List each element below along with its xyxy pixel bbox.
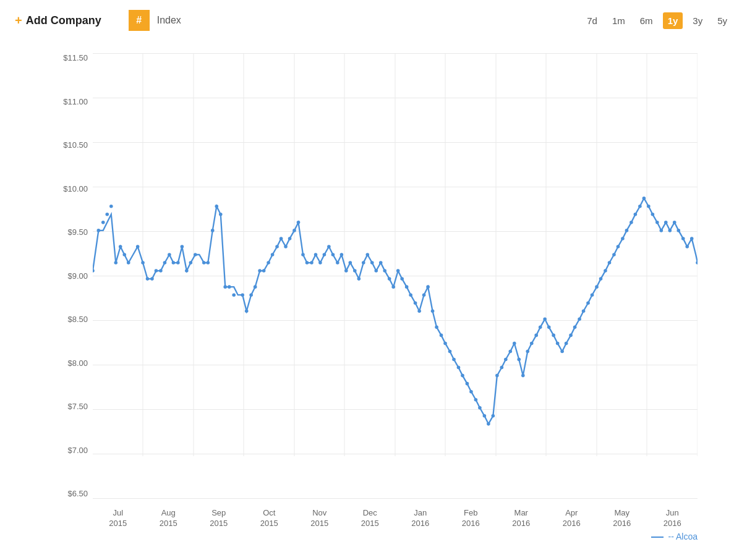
svg-point-115 xyxy=(552,334,555,337)
svg-point-46 xyxy=(254,285,257,289)
svg-point-37 xyxy=(211,229,215,232)
time-6m[interactable]: 6m xyxy=(635,12,658,29)
svg-point-145 xyxy=(681,237,685,240)
svg-point-143 xyxy=(673,221,677,224)
svg-point-68 xyxy=(349,261,352,265)
svg-point-129 xyxy=(612,253,616,257)
svg-point-67 xyxy=(344,269,348,273)
svg-point-36 xyxy=(206,261,210,265)
time-range-controls: 7d 1m 6m 1y 3y 5y xyxy=(582,12,732,29)
svg-point-66 xyxy=(340,253,344,257)
svg-point-77 xyxy=(388,277,391,281)
svg-point-64 xyxy=(331,253,335,257)
svg-point-62 xyxy=(323,253,327,257)
svg-point-92 xyxy=(452,358,456,362)
svg-point-61 xyxy=(318,261,322,265)
svg-point-142 xyxy=(668,229,672,232)
y-label-1000: $10.00 xyxy=(49,184,93,193)
svg-point-93 xyxy=(457,366,461,370)
svg-point-99 xyxy=(483,414,487,418)
svg-point-133 xyxy=(630,221,633,224)
svg-point-114 xyxy=(547,326,551,329)
x-label-sep2015: Sep2015 xyxy=(210,508,228,529)
svg-point-82 xyxy=(409,293,412,297)
svg-point-86 xyxy=(426,285,430,289)
svg-point-38 xyxy=(215,205,218,208)
svg-point-107 xyxy=(517,358,521,362)
svg-point-89 xyxy=(440,334,443,337)
hash-button[interactable]: # xyxy=(129,10,150,31)
y-label-1050: $10.50 xyxy=(49,140,93,150)
svg-point-39 xyxy=(219,213,223,216)
time-5y[interactable]: 5y xyxy=(712,12,732,29)
svg-point-103 xyxy=(500,366,504,370)
svg-point-63 xyxy=(327,245,331,248)
svg-point-32 xyxy=(185,269,189,273)
time-1y[interactable]: 1y xyxy=(663,12,683,29)
time-3y[interactable]: 3y xyxy=(688,12,707,29)
svg-point-42 xyxy=(232,293,236,297)
svg-point-51 xyxy=(275,245,279,248)
svg-point-138 xyxy=(651,213,655,216)
svg-point-16 xyxy=(109,205,113,208)
y-label-950: $9.50 xyxy=(49,227,93,237)
chart-area: $11.50 $11.00 $10.50 $10.00 $9.50 $9.00 … xyxy=(49,53,698,498)
svg-point-144 xyxy=(677,229,680,232)
svg-point-53 xyxy=(284,245,288,248)
svg-point-141 xyxy=(664,221,668,224)
time-1m[interactable]: 1m xyxy=(607,12,630,29)
svg-point-113 xyxy=(543,318,547,321)
svg-point-26 xyxy=(159,269,163,273)
svg-point-80 xyxy=(400,277,404,281)
x-label-apr2016: Apr2016 xyxy=(563,508,581,529)
svg-point-43 xyxy=(241,293,244,297)
svg-point-17 xyxy=(114,261,117,265)
svg-point-112 xyxy=(539,326,542,329)
svg-point-15 xyxy=(105,213,109,216)
svg-point-31 xyxy=(181,245,184,248)
svg-point-35 xyxy=(202,261,206,265)
x-label-mar2016: Mar2016 xyxy=(512,508,530,529)
svg-point-135 xyxy=(638,205,642,208)
add-company-button[interactable]: + Add Company xyxy=(15,14,101,28)
svg-point-121 xyxy=(578,318,581,321)
svg-point-88 xyxy=(435,326,438,329)
svg-point-45 xyxy=(249,293,253,297)
svg-point-139 xyxy=(655,221,659,224)
svg-point-76 xyxy=(383,269,386,273)
svg-point-104 xyxy=(504,358,508,362)
svg-point-106 xyxy=(513,342,516,346)
y-label-900: $9.00 xyxy=(49,271,93,281)
svg-point-147 xyxy=(690,237,694,240)
svg-point-123 xyxy=(586,301,590,305)
svg-point-65 xyxy=(336,261,339,265)
svg-point-25 xyxy=(155,269,158,273)
svg-point-83 xyxy=(414,301,417,305)
svg-point-137 xyxy=(647,205,651,208)
svg-point-55 xyxy=(292,229,296,232)
y-label-1100: $11.00 xyxy=(49,97,93,106)
svg-point-101 xyxy=(492,414,495,418)
svg-point-56 xyxy=(297,221,301,224)
svg-point-131 xyxy=(621,237,625,240)
svg-point-84 xyxy=(417,309,421,313)
x-label-oct2015: Oct2015 xyxy=(260,508,278,529)
y-label-650: $6.50 xyxy=(49,489,93,498)
svg-point-19 xyxy=(122,253,126,257)
svg-point-30 xyxy=(176,261,180,265)
svg-point-146 xyxy=(685,245,689,248)
svg-point-40 xyxy=(223,285,227,289)
y-label-800: $8.00 xyxy=(49,358,93,368)
time-7d[interactable]: 7d xyxy=(582,12,602,29)
svg-point-98 xyxy=(478,406,482,410)
x-label-dec2015: Dec2015 xyxy=(361,508,379,529)
svg-point-116 xyxy=(556,342,560,346)
y-label-700: $7.00 xyxy=(49,446,93,455)
svg-point-94 xyxy=(461,374,464,378)
svg-point-52 xyxy=(280,237,283,240)
svg-point-12 xyxy=(93,269,95,273)
svg-point-22 xyxy=(141,261,145,265)
svg-point-13 xyxy=(97,229,101,232)
x-label-aug2015: Aug2015 xyxy=(160,508,177,529)
svg-point-105 xyxy=(508,350,512,354)
